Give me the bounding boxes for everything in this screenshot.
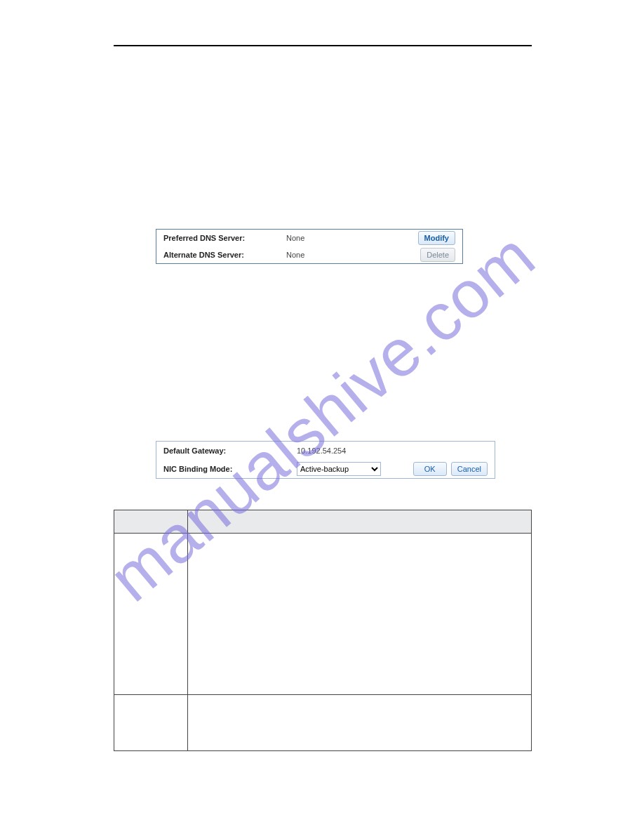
document-page: manualshive.com Preferred DNS Server: No…	[0, 0, 644, 834]
table-row	[114, 534, 532, 695]
table-header-col1	[114, 510, 188, 534]
modify-button[interactable]: Modify	[418, 231, 455, 245]
dns-alternate-value: None	[286, 251, 406, 259]
table-cell	[188, 695, 532, 751]
cancel-button[interactable]: Cancel	[451, 462, 488, 476]
gateway-settings-panel: Default Gateway: 10.192.54.254 NIC Bindi…	[156, 441, 495, 479]
table-cell	[188, 534, 532, 695]
default-gateway-label: Default Gateway:	[163, 446, 297, 455]
table-header-row	[114, 510, 532, 534]
nic-binding-row: NIC Binding Mode: Active-backup OK Cance…	[156, 460, 495, 478]
default-gateway-value: 10.192.54.254	[297, 446, 488, 455]
nic-binding-label: NIC Binding Mode:	[163, 465, 297, 473]
table-cell	[114, 534, 188, 695]
dns-alternate-row: Alternate DNS Server: None Delete	[156, 246, 462, 263]
dns-preferred-row: Preferred DNS Server: None Modify	[156, 230, 462, 246]
parameters-table	[114, 510, 532, 751]
nic-binding-select[interactable]: Active-backup	[297, 462, 381, 476]
default-gateway-row: Default Gateway: 10.192.54.254	[156, 442, 495, 460]
table-row	[114, 695, 532, 751]
table-header-col2	[188, 510, 532, 534]
page-top-rule	[114, 45, 532, 46]
table-cell	[114, 695, 188, 751]
ok-button[interactable]: OK	[413, 462, 447, 476]
dns-preferred-label: Preferred DNS Server:	[156, 234, 286, 242]
dns-settings-panel: Preferred DNS Server: None Modify Altern…	[156, 229, 463, 264]
delete-button[interactable]: Delete	[420, 248, 455, 262]
dns-preferred-value: None	[286, 234, 406, 242]
dns-alternate-label: Alternate DNS Server:	[156, 251, 286, 259]
